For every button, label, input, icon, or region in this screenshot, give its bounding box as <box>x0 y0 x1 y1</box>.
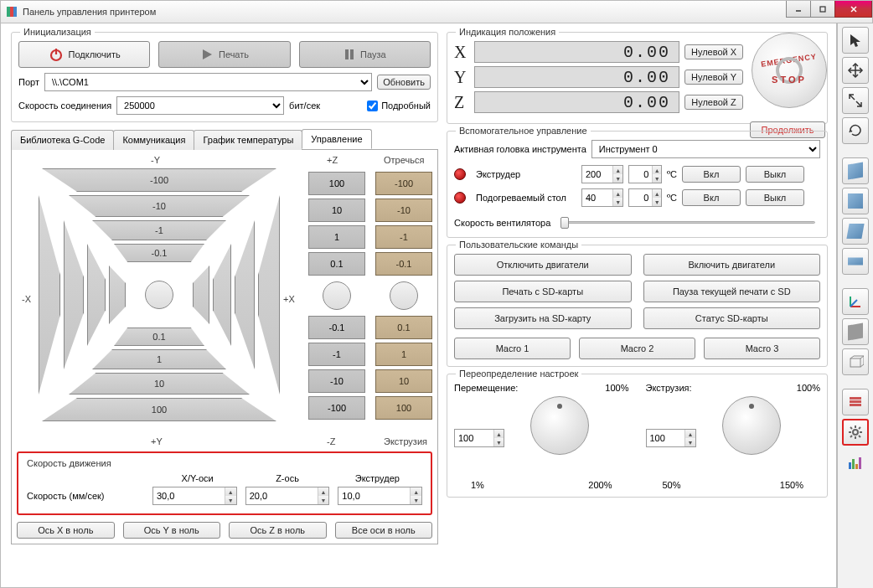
tool-axes[interactable] <box>842 288 869 315</box>
tool-front-view[interactable] <box>842 188 869 214</box>
jog-z-n10[interactable]: -10 <box>308 369 365 393</box>
tool-wireframe[interactable] <box>842 348 869 375</box>
extrude-1[interactable]: 1 <box>375 343 432 366</box>
home-z-button[interactable] <box>323 281 351 310</box>
jog-x-n01[interactable] <box>109 266 126 324</box>
jog-x-p10[interactable] <box>235 220 255 369</box>
jog-z-01[interactable]: 0.1 <box>308 252 365 276</box>
jog-y-p10[interactable]: 10 <box>69 373 250 395</box>
close-button[interactable] <box>834 1 872 18</box>
tool-solid[interactable] <box>842 318 869 345</box>
override-move-input[interactable]: ▲▼ <box>454 429 504 447</box>
jog-y-n01[interactable]: -0.1 <box>114 244 204 262</box>
tool-layers[interactable] <box>842 389 869 415</box>
jog-x-n100[interactable] <box>39 195 60 395</box>
fan-slider[interactable] <box>555 215 820 230</box>
emergency-stop-button[interactable]: EMERGENCY STOP <box>752 33 827 108</box>
connect-button[interactable]: Подключить <box>18 41 150 68</box>
tool-side-view[interactable] <box>842 218 869 245</box>
jog-y-p01[interactable]: 0.1 <box>114 328 204 346</box>
motors-off-button[interactable]: Отключить двигатели <box>454 254 632 276</box>
jog-x-p100[interactable] <box>258 195 280 395</box>
jog-x-p01[interactable] <box>193 266 209 324</box>
bed-on-button[interactable]: Вкл <box>682 189 741 206</box>
home-x-button[interactable]: Ось X в ноль <box>17 522 115 539</box>
macro-2-button[interactable]: Macro 2 <box>579 338 695 359</box>
sd-print-button[interactable]: Печать с SD-карты <box>454 281 632 302</box>
jog-z-n1[interactable]: -1 <box>308 343 365 366</box>
override-ext-dial[interactable] <box>701 396 802 480</box>
tool-cursor[interactable] <box>842 27 869 54</box>
zero-y-button[interactable]: Нулевой Y <box>684 70 743 85</box>
baud-select[interactable]: 250000 <box>116 96 284 115</box>
jog-x-n10[interactable] <box>64 220 84 369</box>
speed-e-input[interactable]: ▲▼ <box>338 487 422 505</box>
sd-upload-button[interactable]: Загрузить на SD-карту <box>454 307 632 329</box>
sd-pause-button[interactable]: Пауза текущей печати с SD <box>643 281 821 302</box>
macro-1-button[interactable]: Macro 1 <box>454 338 571 359</box>
bed-target-input[interactable]: ▲▼ <box>581 188 623 207</box>
verbose-checkbox[interactable]: Подробный <box>367 101 431 111</box>
port-select[interactable]: \\.\COM1 <box>44 73 372 91</box>
extrude-n100[interactable]: -100 <box>375 172 432 195</box>
home-z-axis-button[interactable]: Ось Z в ноль <box>229 522 327 539</box>
tool-settings[interactable] <box>842 419 869 446</box>
speed-z-input[interactable]: ▲▼ <box>245 487 330 505</box>
extrude-01[interactable]: 0.1 <box>375 316 432 339</box>
extrude-n10[interactable]: -10 <box>375 199 432 222</box>
extruder-actual-input[interactable]: ▲▼ <box>628 165 662 183</box>
tool-rotate[interactable] <box>842 117 869 144</box>
bed-actual-input[interactable]: ▲▼ <box>628 188 662 207</box>
jog-z-n100[interactable]: -100 <box>308 396 365 420</box>
tab-control[interactable]: Управление <box>302 129 371 149</box>
macro-3-button[interactable]: Macro 3 <box>704 338 820 359</box>
jog-y-n10[interactable]: -10 <box>69 195 250 217</box>
tab-temp[interactable]: График температуры <box>194 130 302 150</box>
jog-y-p100[interactable]: 100 <box>42 398 276 421</box>
tab-gcode[interactable]: Библиотека G-Code <box>11 130 114 150</box>
jog-x-p1[interactable] <box>213 244 231 346</box>
override-ext-input[interactable]: ▲▼ <box>646 429 696 447</box>
extruder-target-input[interactable]: ▲▼ <box>581 165 623 183</box>
motors-on-button[interactable]: Включить двигатели <box>643 254 821 276</box>
extruder-label: Экструдер <box>476 169 576 179</box>
tool-histogram[interactable] <box>842 449 869 476</box>
print-button[interactable]: Печать <box>158 41 290 68</box>
extruder-on-button[interactable]: Вкл <box>682 166 741 183</box>
svg-line-16 <box>856 101 861 106</box>
jog-z-10[interactable]: 10 <box>308 199 365 222</box>
sd-status-button[interactable]: Статус SD-карты <box>643 307 821 329</box>
extrude-n01[interactable]: -0.1 <box>375 252 432 276</box>
jog-y-p1[interactable]: 1 <box>92 349 226 369</box>
extrude-stop[interactable] <box>390 281 418 310</box>
maximize-button[interactable] <box>810 1 835 18</box>
zero-z-button[interactable]: Нулевой Z <box>684 95 743 110</box>
bed-off-button[interactable]: Выкл <box>746 189 804 206</box>
jog-z-n01[interactable]: -0.1 <box>308 316 365 339</box>
tool-top-view[interactable] <box>842 248 869 275</box>
jog-z-1[interactable]: 1 <box>308 225 365 249</box>
extrude-10[interactable]: 10 <box>375 369 432 393</box>
home-y-button[interactable]: Ось Y в ноль <box>123 522 221 539</box>
minimize-button[interactable] <box>786 1 811 18</box>
toolhead-select[interactable]: Инструмент 0 <box>591 140 820 158</box>
tool-move[interactable] <box>842 57 869 84</box>
extruder-off-button[interactable]: Выкл <box>746 166 804 183</box>
jog-x-n1[interactable] <box>87 244 106 346</box>
home-all-button[interactable]: Все оси в ноль <box>335 522 433 539</box>
override-move-dial[interactable] <box>509 396 610 480</box>
tab-comm[interactable]: Коммуникация <box>113 130 194 150</box>
speed-z-header: Z-ось <box>242 473 332 483</box>
tool-iso-view[interactable] <box>842 157 869 184</box>
speed-xy-input[interactable]: ▲▼ <box>152 487 237 505</box>
tool-zoom[interactable] <box>842 87 869 114</box>
jog-z-100[interactable]: 100 <box>308 172 365 195</box>
refresh-button[interactable]: Обновить <box>377 75 431 90</box>
zero-x-button[interactable]: Нулевой X <box>684 44 743 59</box>
jog-y-n100[interactable]: -100 <box>42 168 276 192</box>
extrude-n1[interactable]: -1 <box>375 225 432 249</box>
jog-y-n1[interactable]: -1 <box>92 220 226 240</box>
extrude-100[interactable]: 100 <box>375 396 432 420</box>
pause-button[interactable]: Пауза <box>299 41 431 68</box>
home-xy-button[interactable] <box>145 281 173 309</box>
